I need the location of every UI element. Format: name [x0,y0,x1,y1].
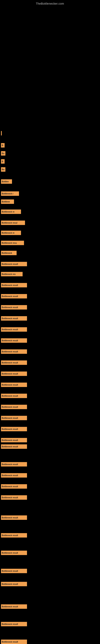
bar-item-22: Bottleneck result [1,349,27,354]
bar-item-28: Bottleneck result [1,416,27,420]
bar-item-12: Bottleneck resu [1,241,24,245]
bar-item-16: Bottleneck result [1,283,27,288]
bar-item-9: Bottleneck re [1,210,21,214]
bar-item-33: Bottleneck result [1,473,27,478]
bar-item-6: Bottlen [1,179,12,184]
bar-item-25: Bottleneck result [1,382,27,387]
bar-item-40: Bottleneck result [1,582,27,586]
bar-item-19: Bottleneck result [1,316,27,320]
bar-item-13: Bottleneck [1,251,17,255]
bar-item-17: Bottleneck result [1,294,27,298]
bar-item-34: Bottleneck result [1,484,27,489]
bar-item-8: Bottlene [1,200,14,204]
bar-item-38: Bottleneck result [1,550,27,555]
site-title-container: TheBottlenecker.com [0,0,100,6]
bar-item-3: Bo [1,151,5,156]
bar-item-26: Bottleneck result [1,394,27,398]
bar-item-31: Bottleneck result [1,444,27,449]
bar-item-43: Bottleneck result [1,640,27,644]
bars-wrapper: BBoBBoBottlenBottleneck rBottleneBottlen… [0,6,100,644]
bar-item-24: Bottleneck result [1,372,27,376]
bar-item-35: Bottleneck result [1,495,27,500]
bar-item-4: B [1,159,4,164]
bar-item-18: Bottleneck result [1,305,27,310]
bar-item-15: Bottleneck res [1,272,23,276]
bar-item-20: Bottleneck result [1,327,27,332]
bar-item-30: Bottleneck result [1,438,27,442]
bar-item-32: Bottleneck result [1,462,27,466]
bar-item-21: Bottleneck result [1,338,27,343]
bar-item-11: Bottleneck re [1,231,21,235]
bar-item-10: Bottleneck resul [1,220,25,225]
bar-item-14: Bottleneck result [1,262,27,266]
bar-item-7: Bottleneck r [1,192,19,196]
bar-item-36: Bottleneck result [1,516,27,520]
bar-item-41: Bottleneck result [1,604,27,609]
bar-item-37: Bottleneck result [1,533,27,538]
bar-item-27: Bottleneck result [1,405,27,409]
bar-item-39: Bottleneck result [1,569,27,573]
bar-item-23: Bottleneck result [1,360,27,365]
bar-item-29: Bottleneck result [1,427,27,431]
bar-item-5: Bo [1,167,5,172]
bar-item-42: Bottleneck result [1,622,27,626]
bar-item-1 [1,131,2,136]
site-title: TheBottlenecker.com [0,0,100,6]
bar-item-2: B [1,143,4,148]
